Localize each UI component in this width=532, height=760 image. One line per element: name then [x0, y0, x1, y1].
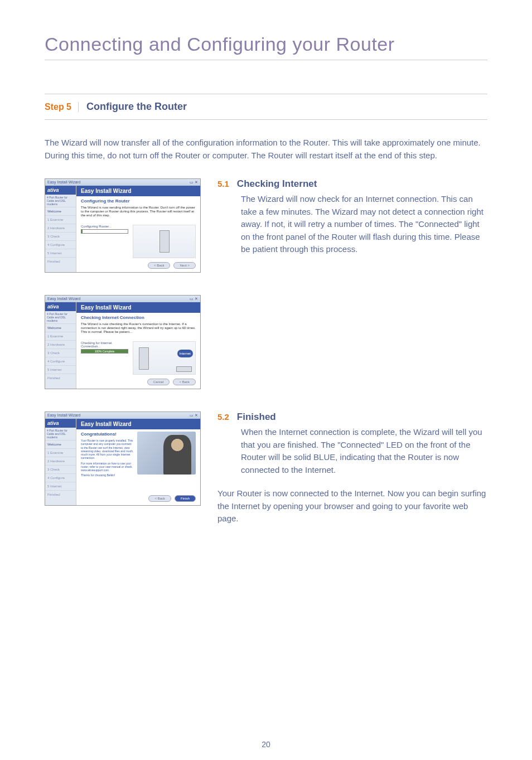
window-title: Easy Install Wizard [47, 297, 81, 301]
section-number: 5.2 [217, 412, 229, 422]
sidebar-item: 3 Check [45, 348, 76, 357]
closing-paragraph: Your Router is now connected to the Inte… [217, 487, 487, 525]
progress-text: 0% Complete [81, 230, 128, 233]
sidebar-item: Finished [45, 490, 76, 498]
congrats-body3: Thanks for choosing Belkin! [81, 473, 134, 477]
sidebar-item: 1 Examine [45, 332, 76, 340]
wizard-footer: < Back Next > [148, 262, 196, 269]
sidebar-item: 5 Internet [45, 365, 76, 374]
sidebar-item: 3 Check [45, 465, 76, 473]
wizard-screenshot-finished: Easy Install Wizard ▭ ✕ ativa 4 Port Rou… [45, 412, 201, 506]
row-checking-screenshot: Easy Install Wizard ▭ ✕ ativa 4 Port Rou… [45, 295, 487, 400]
wizard-logo: ativa [45, 302, 76, 311]
wizard-desc: The Wizard is now sending information to… [76, 206, 200, 221]
window-controls: ▭ ✕ [190, 297, 198, 301]
sidebar-item: 3 Check [45, 232, 76, 240]
wizard-sidebar: ativa 4 Port Router for Cable and DSL mo… [45, 419, 76, 505]
sidebar-item: 1 Examine [45, 448, 76, 457]
window-title: Easy Install Wizard [47, 413, 81, 418]
sidebar-item: 2 Hardware [45, 224, 76, 232]
wizard-logo: ativa [45, 186, 76, 195]
sidebar-item: 5 Internet [45, 482, 76, 490]
wizard-screenshot-configure: Easy Install Wizard ▭ ✕ ativa 4 Port Rou… [45, 178, 201, 273]
sidebar-item: 2 Hardware [45, 457, 76, 465]
progress-area: Configuring Router... 0% Complete [81, 225, 128, 234]
progress-area: Checking for Internet Connection... 100%… [81, 341, 128, 354]
back-button: < Back [148, 262, 171, 269]
congrats-image [137, 432, 196, 475]
illustration-pc [133, 225, 196, 258]
finish-button: Finish [175, 495, 196, 502]
progress-bar: 100% Complete [81, 349, 128, 354]
wizard-logo-sub: 4 Port Router for Cable and DSL modems [45, 428, 76, 440]
progress-text: 100% Complete [81, 350, 128, 353]
wizard-main: Easy Install Wizard Configuring the Rout… [76, 186, 200, 272]
wizard-footer: < Back Finish [148, 495, 196, 502]
sidebar-item: Finished [45, 374, 76, 382]
wizard-header: Easy Install Wizard [76, 302, 200, 313]
wizard-logo-sub: 4 Port Router for Cable and DSL modems [45, 195, 76, 207]
sidebar-item: 4 Configure [45, 473, 76, 482]
page-title: Connecting and Configuring your Router [45, 33, 487, 60]
row-finished: Easy Install Wizard ▭ ✕ ativa 4 Port Rou… [45, 412, 487, 525]
subheading-checking: 5.1 Checking Internet [217, 178, 487, 190]
wizard-header: Easy Install Wizard [76, 419, 200, 429]
wizard-subtitle: Checking Internet Connection [76, 313, 200, 322]
section-title: Finished [237, 412, 276, 423]
wizard-sidebar: ativa 4 Port Router for Cable and DSL mo… [45, 302, 76, 389]
step-label: Step 5 [45, 102, 79, 112]
next-button: Next > [173, 262, 196, 269]
section-title: Checking Internet [237, 178, 317, 190]
sidebar-item: 4 Configure [45, 357, 76, 365]
sidebar-item: 5 Internet [45, 249, 76, 257]
wizard-main: Easy Install Wizard Congratulations! You… [76, 419, 200, 505]
window-titlebar: Easy Install Wizard ▭ ✕ [45, 179, 200, 186]
row-checking-internet: Easy Install Wizard ▭ ✕ ativa 4 Port Rou… [45, 178, 487, 284]
sidebar-item: Finished [45, 257, 76, 265]
sidebar-item: Welcome [45, 323, 76, 332]
progress-bar: 0% Complete [81, 229, 128, 234]
wizard-sidebar: ativa 4 Port Router for Cable and DSL mo… [45, 186, 76, 272]
wizard-subtitle: Configuring the Router [76, 196, 200, 206]
wizard-header: Easy Install Wizard [76, 186, 200, 196]
section-body: When the Internet connection is complete… [241, 426, 487, 476]
window-controls: ▭ ✕ [190, 413, 198, 418]
window-controls: ▭ ✕ [190, 180, 198, 185]
sidebar-item: 2 Hardware [45, 340, 76, 348]
sidebar-item: 4 Configure [45, 240, 76, 249]
window-titlebar: Easy Install Wizard ▭ ✕ [45, 296, 200, 302]
section-body: The Wizard will now check for an Interne… [241, 193, 487, 256]
wizard-screenshot-checking: Easy Install Wizard ▭ ✕ ativa 4 Port Rou… [45, 295, 201, 389]
intro-paragraph: The Wizard will now transfer all of the … [45, 137, 487, 162]
congrats-body2: For more information on how to use your … [81, 462, 134, 472]
cancel-button: Cancel [147, 379, 170, 385]
window-title: Easy Install Wizard [47, 180, 81, 185]
sidebar-item: Welcome [45, 440, 76, 448]
step-title: Configure the Router [79, 101, 187, 113]
step-header: Step 5 Configure the Router [45, 94, 487, 120]
congrats-text: Congratulations! Your Router is now prop… [81, 432, 134, 475]
wizard-logo: ativa [45, 419, 76, 428]
page-number: 20 [0, 740, 532, 749]
internet-badge: Internet [177, 350, 193, 357]
wizard-main: Easy Install Wizard Checking Internet Co… [76, 302, 200, 389]
back-button: < Back [173, 379, 196, 385]
congrats-title: Congratulations! [81, 432, 134, 437]
wizard-desc: The Wizard is now checking the Router's … [76, 322, 200, 338]
back-button: < Back [148, 495, 171, 502]
sidebar-item: Welcome [45, 207, 76, 215]
progress-label: Checking for Internet Connection... [81, 341, 128, 348]
section-number: 5.1 [217, 179, 229, 188]
illustration-internet: Internet [133, 341, 196, 375]
window-titlebar: Easy Install Wizard ▭ ✕ [45, 412, 200, 419]
wizard-logo-sub: 4 Port Router for Cable and DSL modems [45, 311, 76, 323]
sidebar-item: 1 Examine [45, 215, 76, 224]
congrats-body1: Your Router is now properly installed. T… [81, 439, 134, 460]
wizard-footer: Cancel < Back [147, 379, 196, 385]
progress-label: Configuring Router... [81, 225, 128, 228]
subheading-finished: 5.2 Finished [217, 412, 487, 423]
